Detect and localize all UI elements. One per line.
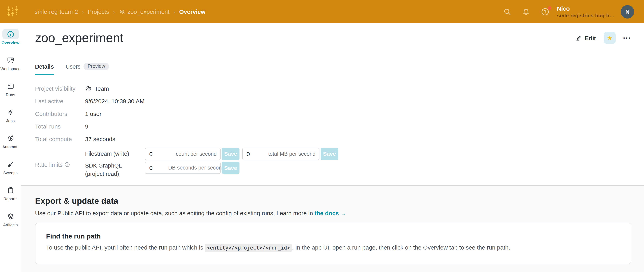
notification-dot — [548, 6, 552, 10]
header-actions: Edit ★ ⋯ — [573, 32, 632, 44]
clipboard-icon — [6, 186, 14, 194]
sidebar-item-artifacts[interactable]: Artifacts — [0, 211, 21, 237]
sidebar-item-label: Automat. — [0, 145, 21, 149]
sidebar-item-label: Overview — [0, 41, 21, 45]
sdk-label-line1: SDK GraphQL — [85, 162, 122, 169]
rate-limit-row-filestream: Filestream (write) count per second Save — [85, 147, 632, 161]
sdk-label-line2: (project read) — [85, 171, 119, 177]
help-icon[interactable] — [541, 7, 550, 16]
workspace-icon — [6, 56, 14, 64]
sidebar-item-workspace[interactable]: Workspace — [0, 55, 21, 81]
detail-value: 9 — [85, 123, 88, 130]
breadcrumb-page: Overview — [179, 8, 206, 15]
sidebar-item-jobs[interactable]: Jobs — [0, 107, 21, 133]
input-suffix: total MB per second — [268, 151, 319, 157]
find-run-path-card: Find the run path To use the public API,… — [35, 223, 632, 264]
breadcrumb-project[interactable]: zoo_experiment — [119, 8, 169, 15]
filestream-count-input[interactable] — [145, 150, 168, 157]
breadcrumb-project-label: zoo_experiment — [128, 8, 169, 15]
breadcrumb-separator: › — [174, 9, 175, 15]
sidebar-item-reports[interactable]: Reports — [0, 185, 21, 211]
overflow-menu-button[interactable]: ⋯ — [622, 34, 632, 41]
page-title: zoo_experiment — [35, 31, 123, 45]
visibility-value: Team — [94, 85, 109, 92]
detail-label: Contributors — [35, 110, 85, 117]
export-section-title: Export & update data — [35, 186, 632, 206]
sdk-graphql-input[interactable] — [145, 164, 168, 171]
broom-icon — [6, 160, 14, 168]
card-text-after: . In the app UI, open a run page, then c… — [292, 244, 510, 251]
favorite-star-button[interactable]: ★ — [604, 32, 616, 44]
sidebar-item-label: Runs — [0, 93, 21, 97]
info-icon[interactable] — [64, 161, 70, 167]
detail-row-last-active: Last active 9/6/2024, 10:39:30 AM — [35, 95, 632, 107]
details-panel: Project visibility Team Last active 9/6/… — [35, 82, 632, 182]
sidebar-item-label: Sweeps — [0, 171, 21, 175]
main-content: zoo_experiment Edit ★ ⋯ Details — [21, 23, 644, 272]
filestream-mb-input[interactable] — [243, 150, 266, 157]
save-button[interactable]: Save — [222, 148, 240, 160]
breadcrumb-separator: › — [113, 9, 115, 15]
user-menu[interactable]: Nico smle-registries-bug-b… — [557, 5, 614, 18]
rate-limits-rows: Filestream (write) count per second Save — [85, 147, 632, 182]
overflow-dots-icon: ⋯ — [623, 34, 630, 42]
topbar-actions: Nico smle-registries-bug-b… N — [492, 0, 644, 23]
sidebar-item-label: Reports — [0, 197, 21, 201]
detail-row-visibility: Project visibility Team — [35, 82, 632, 95]
export-description-text: Use our Public API to export data or upd… — [35, 210, 314, 216]
detail-label: Total compute — [35, 135, 85, 142]
rate-limits-label-text: Rate limits — [35, 161, 63, 168]
preview-badge: Preview — [84, 63, 109, 70]
tab-details[interactable]: Details — [35, 63, 54, 75]
breadcrumb-separator: › — [82, 9, 84, 15]
sidebar-item-automations[interactable]: Automat. — [0, 133, 21, 159]
run-path-code: <entity>/<project>/<run_id> — [205, 244, 292, 252]
rate-limits-block: Rate limits Filestream (write) count per… — [35, 147, 632, 182]
user-name: Nico — [557, 5, 614, 11]
rate-limits-label: Rate limits — [35, 161, 85, 168]
detail-value: 37 seconds — [85, 135, 115, 142]
tab-users[interactable]: Users Preview — [66, 63, 109, 75]
breadcrumb: smle-reg-team-2 › Projects › zoo_experim… — [35, 8, 206, 15]
wandb-logo-icon[interactable] — [5, 5, 18, 19]
input-suffix: count per second — [176, 151, 220, 157]
notifications-bell-icon[interactable] — [522, 8, 530, 16]
docs-link[interactable]: the docs → — [314, 210, 346, 216]
sidebar-item-sweeps[interactable]: Sweeps — [0, 159, 21, 185]
runs-table-icon — [6, 82, 14, 90]
export-section-description: Use our Public API to export data or upd… — [35, 210, 632, 216]
breadcrumb-team[interactable]: smle-reg-team-2 — [35, 8, 78, 15]
layers-icon — [6, 212, 14, 220]
info-icon — [6, 30, 14, 38]
avatar-initial: N — [625, 8, 630, 15]
sidebar-item-label: Jobs — [0, 119, 21, 123]
star-icon: ★ — [607, 34, 613, 42]
edit-button-label: Edit — [585, 35, 596, 41]
tab-users-label: Users — [66, 63, 80, 70]
input-suffix: DB seconds per second — [168, 165, 228, 171]
sidebar-item-runs[interactable]: Runs — [0, 81, 21, 107]
page-header: zoo_experiment Edit ★ ⋯ — [35, 30, 632, 46]
project-sidebar: Overview Workspace Runs Jobs — [0, 23, 21, 272]
breadcrumb-projects[interactable]: Projects — [88, 8, 109, 15]
card-text: To use the public API, you'll often need… — [46, 244, 620, 251]
save-button[interactable]: Save — [222, 162, 240, 174]
details-tabs: Details Users Preview — [35, 63, 632, 75]
export-section: Export & update data Use our Public API … — [21, 185, 644, 272]
pencil-icon — [575, 35, 582, 41]
save-button[interactable]: Save — [320, 148, 338, 160]
automations-icon — [6, 134, 14, 142]
rate-limit-row-sdk: SDK GraphQL (project read) DB seconds pe… — [85, 162, 632, 182]
rate-limit-row-label: Filestream (write) — [85, 150, 145, 158]
page: smle-reg-team-2 › Projects › zoo_experim… — [0, 0, 644, 272]
sidebar-item-label: Workspace — [0, 67, 21, 71]
sidebar-item-label: Artifacts — [0, 223, 21, 227]
detail-row-total-runs: Total runs 9 — [35, 120, 632, 132]
avatar[interactable]: N — [621, 5, 634, 18]
search-icon[interactable] — [503, 8, 511, 16]
team-icon — [119, 9, 125, 15]
edit-button[interactable]: Edit — [573, 33, 598, 43]
card-title: Find the run path — [46, 232, 620, 240]
sidebar-item-overview[interactable]: Overview — [0, 29, 21, 55]
rate-limit-row-label: SDK GraphQL (project read) — [85, 162, 145, 178]
